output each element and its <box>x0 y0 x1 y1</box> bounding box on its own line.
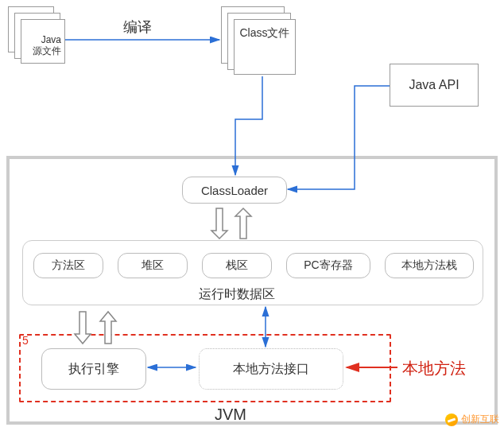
java-api-box: Java API <box>390 64 479 107</box>
heap-label: 堆区 <box>142 258 164 273</box>
native-stack-box: 本地方法栈 <box>385 253 474 278</box>
native-stack-label: 本地方法栈 <box>401 258 457 273</box>
stack-label: 栈区 <box>226 258 248 273</box>
watermark-text: 创新互联 <box>461 413 499 426</box>
compile-label: 编译 <box>123 17 152 37</box>
pc-register-box: PC寄存器 <box>286 253 370 278</box>
pc-register-label: PC寄存器 <box>304 258 352 273</box>
java-source-label-2: 源文件 <box>33 45 61 56</box>
class-file-stack: Class文件 <box>221 6 300 76</box>
jvm-label: JVM <box>215 406 246 424</box>
method-area-label: 方法区 <box>52 258 85 273</box>
runtime-area-label: 运行时数据区 <box>199 286 275 303</box>
watermark-icon <box>445 414 458 426</box>
java-api-label: Java API <box>409 78 459 92</box>
native-interface-label: 本地方法接口 <box>233 361 309 378</box>
method-area-box: 方法区 <box>33 253 103 278</box>
classloader-label: ClassLoader <box>201 184 268 197</box>
java-source-label-1: Java <box>41 34 61 45</box>
watermark: 创新互联 <box>445 413 499 426</box>
class-file-label: Class文件 <box>239 26 289 41</box>
native-method-label: 本地方法 <box>402 358 466 379</box>
stack-box: 栈区 <box>202 253 272 278</box>
section-5-label: 5 <box>22 334 29 347</box>
exec-engine-label: 执行引擎 <box>68 361 119 378</box>
java-source-stack: Java 源文件 <box>8 6 64 62</box>
native-interface-box: 本地方法接口 <box>199 348 343 390</box>
exec-engine-box: 执行引擎 <box>41 348 146 390</box>
classloader-box: ClassLoader <box>182 177 287 204</box>
heap-box: 堆区 <box>118 253 188 278</box>
